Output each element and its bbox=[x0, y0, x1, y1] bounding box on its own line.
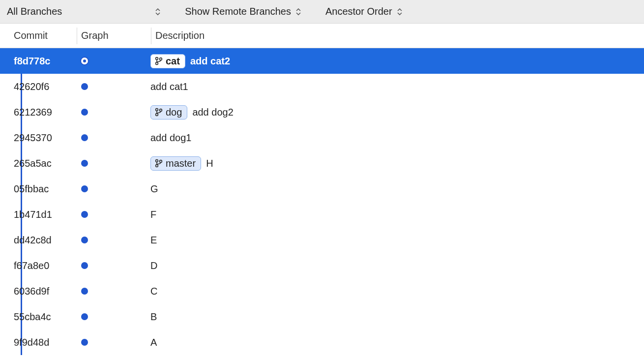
commit-hash: 9f9d48d bbox=[14, 337, 77, 348]
graph-cell bbox=[77, 253, 150, 278]
chevron-updown-icon bbox=[296, 8, 303, 16]
commit-hash: dd42c8d bbox=[14, 235, 77, 246]
commit-hash: 265a5ac bbox=[14, 158, 77, 169]
commit-row[interactable]: f8d778ccatadd cat2 bbox=[0, 48, 644, 74]
commit-dot-icon bbox=[81, 211, 88, 218]
commit-dot-icon bbox=[80, 57, 89, 65]
description-cell: E bbox=[150, 235, 644, 246]
commit-row[interactable]: 6212369dogadd dog2 bbox=[0, 99, 644, 125]
commit-message: F bbox=[150, 209, 156, 220]
graph-cell bbox=[77, 202, 150, 227]
chevron-updown-icon bbox=[155, 8, 162, 16]
description-cell: B bbox=[150, 311, 644, 323]
description-cell: F bbox=[150, 209, 644, 220]
commit-message: add dog2 bbox=[192, 107, 233, 118]
chevron-updown-icon bbox=[397, 8, 404, 16]
commit-message: add cat2 bbox=[190, 56, 230, 67]
branch-filter-label: All Branches bbox=[7, 6, 62, 17]
branch-tag[interactable]: master bbox=[150, 156, 201, 171]
commit-hash: 42620f6 bbox=[14, 81, 77, 92]
description-cell: dogadd dog2 bbox=[150, 105, 644, 120]
branch-name: cat bbox=[166, 56, 180, 67]
commit-message: B bbox=[150, 311, 157, 323]
description-cell: masterH bbox=[150, 156, 644, 171]
commit-row[interactable]: 265a5acmasterH bbox=[0, 150, 644, 176]
description-cell: add dog1 bbox=[150, 132, 644, 144]
commit-message: add cat1 bbox=[150, 81, 188, 92]
description-cell: D bbox=[150, 260, 644, 271]
commit-dot-icon bbox=[81, 134, 88, 141]
commit-row[interactable]: 55cba4cB bbox=[0, 304, 644, 329]
graph-cell bbox=[77, 278, 150, 304]
commit-hash: 6212369 bbox=[14, 107, 77, 118]
commit-row[interactable]: 2945370add dog1 bbox=[0, 125, 644, 150]
commit-message: A bbox=[150, 337, 157, 348]
commit-hash: 1b471d1 bbox=[14, 209, 77, 220]
svg-point-5 bbox=[160, 109, 162, 112]
commit-hash: 55cba4c bbox=[14, 311, 77, 323]
order-filter-label: Ancestor Order bbox=[325, 6, 392, 17]
column-header-row: Commit Graph Description bbox=[0, 24, 644, 48]
commit-dot-icon bbox=[81, 288, 88, 295]
branch-tag[interactable]: dog bbox=[150, 105, 187, 120]
commit-row[interactable]: 42620f6add cat1 bbox=[0, 74, 644, 99]
svg-point-0 bbox=[156, 58, 158, 60]
graph-cell bbox=[77, 329, 150, 355]
branch-icon bbox=[155, 159, 163, 168]
commit-dot-icon bbox=[81, 262, 88, 269]
commit-row[interactable]: 6036d9fC bbox=[0, 278, 644, 304]
graph-cell bbox=[77, 48, 150, 74]
commit-message: E bbox=[150, 235, 157, 246]
commit-row[interactable]: 05fbbacG bbox=[0, 176, 644, 202]
description-cell: C bbox=[150, 286, 644, 297]
commit-list: f8d778ccatadd cat242620f6add cat16212369… bbox=[0, 48, 644, 355]
description-cell: add cat1 bbox=[150, 81, 644, 92]
svg-point-4 bbox=[156, 114, 158, 116]
remote-filter-select[interactable]: Show Remote Branches bbox=[185, 6, 306, 17]
description-cell: catadd cat2 bbox=[150, 54, 644, 68]
graph-cell bbox=[77, 99, 150, 125]
graph-cell bbox=[77, 176, 150, 202]
branch-name: dog bbox=[166, 107, 182, 118]
graph-cell bbox=[77, 227, 150, 253]
branch-name: master bbox=[166, 158, 196, 169]
commit-hash: f8d778c bbox=[14, 56, 77, 67]
commit-row[interactable]: 9f9d48dA bbox=[0, 329, 644, 355]
branch-filter-select[interactable]: All Branches bbox=[7, 6, 165, 17]
commit-hash: f67a8e0 bbox=[14, 260, 77, 271]
commit-row[interactable]: dd42c8dE bbox=[0, 227, 644, 253]
graph-cell bbox=[77, 125, 150, 150]
svg-point-7 bbox=[156, 165, 158, 167]
svg-point-3 bbox=[156, 109, 158, 111]
column-header-graph[interactable]: Graph bbox=[77, 30, 151, 41]
commit-message: add dog1 bbox=[150, 132, 191, 144]
graph-cell bbox=[77, 74, 150, 99]
commit-message: C bbox=[150, 286, 157, 297]
description-cell: G bbox=[150, 183, 644, 195]
commit-hash: 05fbbac bbox=[14, 183, 77, 195]
commit-dot-icon bbox=[81, 185, 88, 192]
branch-icon bbox=[155, 57, 163, 65]
column-header-description[interactable]: Description bbox=[151, 30, 644, 41]
order-filter-select[interactable]: Ancestor Order bbox=[325, 6, 407, 17]
commit-hash: 6036d9f bbox=[14, 286, 77, 297]
commit-message: H bbox=[206, 158, 213, 169]
svg-point-6 bbox=[156, 160, 158, 162]
svg-point-8 bbox=[160, 160, 162, 163]
remote-filter-label: Show Remote Branches bbox=[185, 6, 291, 17]
commit-hash: 2945370 bbox=[14, 132, 77, 144]
graph-cell bbox=[77, 304, 150, 329]
commit-row[interactable]: f67a8e0D bbox=[0, 253, 644, 278]
column-header-commit[interactable]: Commit bbox=[14, 30, 77, 41]
commit-message: G bbox=[150, 183, 158, 195]
commit-dot-icon bbox=[81, 339, 88, 346]
graph-cell bbox=[77, 150, 150, 176]
commit-dot-icon bbox=[81, 83, 88, 90]
branch-icon bbox=[155, 108, 163, 117]
commit-dot-icon bbox=[81, 237, 88, 243]
filter-toolbar: All Branches Show Remote Branches Ancest… bbox=[0, 0, 644, 24]
commit-row[interactable]: 1b471d1F bbox=[0, 202, 644, 227]
branch-tag[interactable]: cat bbox=[150, 54, 185, 68]
commit-dot-icon bbox=[81, 109, 88, 116]
svg-point-1 bbox=[156, 62, 158, 65]
